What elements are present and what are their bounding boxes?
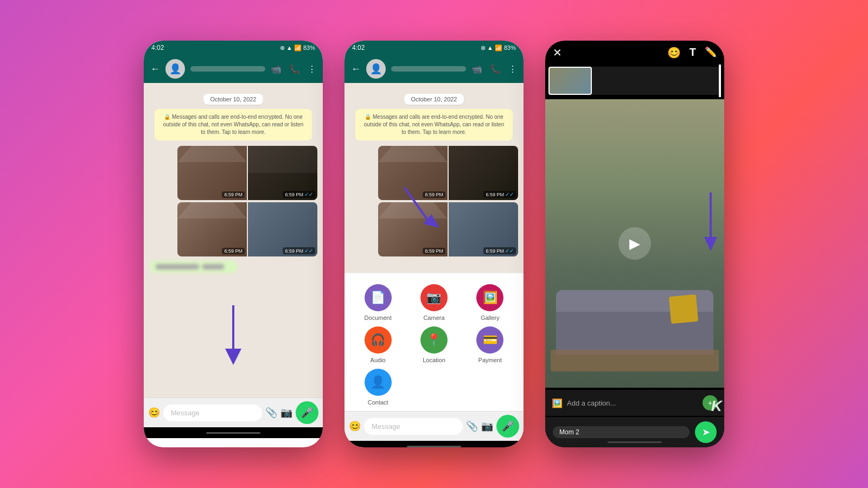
photo-grid-bottom: 6:59 PM 6:59 PM ✓✓ bbox=[177, 202, 317, 256]
voice-call-icon[interactable]: 📞 bbox=[289, 64, 300, 74]
phone-2-date-badge: October 10, 2022 bbox=[344, 88, 524, 104]
phone-2-header-icons: 📹 📞 ⋮ bbox=[471, 64, 517, 74]
mic-button[interactable]: 🎤 bbox=[296, 401, 318, 424]
video-thumbnail[interactable] bbox=[548, 67, 592, 95]
phone-2-photo-cell-3[interactable]: 6:59 PM bbox=[378, 202, 448, 256]
document-label: Document bbox=[365, 314, 392, 321]
video-edit-tools: 😊 T ✏️ bbox=[667, 46, 717, 59]
attach-contact[interactable]: 👤 Contact bbox=[350, 369, 406, 406]
attach-payment[interactable]: 💳 Payment bbox=[462, 326, 518, 363]
attach-gallery[interactable]: 🖼️ Gallery bbox=[462, 284, 518, 321]
attach-camera[interactable]: 📷 Camera bbox=[406, 284, 462, 321]
phone-1-contact-name bbox=[190, 66, 265, 72]
recipient-tag: Mom 2 bbox=[553, 426, 690, 438]
caption-bar: 🖼️ Add a caption... + bbox=[545, 390, 724, 416]
phone-2-mic-button[interactable]: 🎤 bbox=[496, 415, 519, 438]
gallery-icon: 🖼️ bbox=[476, 284, 503, 311]
caption-media-icon: 🖼️ bbox=[552, 398, 563, 408]
phone-2-message-input[interactable]: Message bbox=[364, 418, 463, 435]
photo-cell-2[interactable]: 6:59 PM ✓✓ bbox=[248, 146, 317, 200]
phone-2-check-marks-1: ✓✓ bbox=[505, 191, 514, 197]
photo-cell-1[interactable]: 6:59 PM bbox=[177, 146, 247, 200]
video-call-icon[interactable]: 📹 bbox=[271, 64, 282, 74]
phone-2-nav-indicator bbox=[407, 446, 461, 447]
phone-2-more-options-icon[interactable]: ⋮ bbox=[508, 64, 517, 74]
photo-timestamp-1: 6:59 PM bbox=[222, 191, 245, 198]
svg-marker-1 bbox=[225, 349, 241, 365]
phone-1-wa-header: ← 👤 📹 📞 ⋮ bbox=[144, 55, 323, 83]
video-content-area: ▶ bbox=[545, 99, 724, 388]
audio-label: Audio bbox=[371, 357, 386, 363]
phone-1-image-grid-2: 6:59 PM 6:59 PM ✓✓ bbox=[149, 202, 317, 256]
phone-2-input-bar: 😊 Message 📎 📷 🎤 bbox=[344, 411, 524, 441]
send-button[interactable]: ➤ bbox=[695, 421, 717, 443]
phone-2-photo-cell-4[interactable]: 6:59 PM ✓✓ bbox=[449, 202, 518, 256]
check-marks-1: ✓✓ bbox=[304, 191, 313, 197]
phone-2-image-grid-1: 6:59 PM 6:59 PM ✓✓ bbox=[350, 146, 518, 200]
audio-icon: 🎧 bbox=[365, 326, 392, 354]
payment-icon: 💳 bbox=[476, 326, 503, 354]
photo-cell-4[interactable]: 6:59 PM ✓✓ bbox=[248, 202, 317, 256]
phone-2-camera-icon[interactable]: 📷 bbox=[481, 420, 493, 432]
photo-cell-3[interactable]: 6:59 PM bbox=[177, 202, 247, 256]
phone-2: 4:02 ⊗ ▲ 📶 83% ← 👤 📹 📞 ⋮ October 10, 20 bbox=[344, 41, 524, 447]
gallery-label: Gallery bbox=[481, 314, 500, 321]
down-arrow-icon bbox=[220, 305, 247, 370]
phone-1-blurred-message bbox=[150, 261, 237, 273]
more-options-icon[interactable]: ⋮ bbox=[308, 64, 316, 74]
contact-icon: 👤 bbox=[365, 369, 392, 396]
phone-1-image-grid-1: 6:59 PM 6:59 PM ✓✓ bbox=[149, 146, 317, 200]
location-icon: 📍 bbox=[420, 326, 448, 354]
phone-2-photo-timestamp-1: 6:59 PM bbox=[423, 191, 445, 198]
watermark: K bbox=[711, 397, 722, 415]
phone-2-nav-bar bbox=[344, 441, 524, 447]
phone-1-battery: ⊗ ▲ 📶 83% bbox=[280, 44, 315, 52]
play-button[interactable]: ▶ bbox=[618, 227, 651, 260]
phone-2-image-grid-2: 6:59 PM 6:59 PM ✓✓ bbox=[350, 202, 518, 256]
draw-tool-icon[interactable]: ✏️ bbox=[705, 46, 717, 59]
text-tool-icon[interactable]: T bbox=[690, 46, 696, 59]
payment-label: Payment bbox=[478, 357, 502, 363]
phone-2-emoji-icon[interactable]: 😊 bbox=[349, 420, 361, 432]
video-scrubber[interactable] bbox=[719, 65, 721, 97]
phone-2-wa-header: ← 👤 📹 📞 ⋮ bbox=[344, 55, 524, 83]
phone-2-photo-timestamp-3: 6:59 PM bbox=[423, 248, 445, 254]
phone-2-paperclip-icon[interactable]: 📎 bbox=[466, 420, 478, 432]
caption-input[interactable]: Add a caption... bbox=[567, 399, 698, 407]
location-label: Location bbox=[423, 357, 445, 363]
attach-audio[interactable]: 🎧 Audio bbox=[350, 326, 406, 363]
message-input[interactable]: Message bbox=[163, 404, 262, 421]
photo-timestamp-4: 6:59 PM ✓✓ bbox=[283, 247, 315, 254]
phone-1-nav-bar bbox=[144, 427, 323, 438]
phone-1-avatar: 👤 bbox=[165, 59, 185, 79]
phone-1-time: 4:02 bbox=[151, 44, 164, 52]
attach-location[interactable]: 📍 Location bbox=[406, 326, 462, 363]
photo-timestamp-2: 6:59 PM ✓✓ bbox=[283, 191, 315, 198]
emoji-icon[interactable]: 😊 bbox=[148, 407, 160, 419]
phone-2-voice-call-icon[interactable]: 📞 bbox=[490, 64, 501, 74]
phone-2-photo-cell-1[interactable]: 6:59 PM bbox=[378, 146, 448, 200]
phone-2-photo-timestamp-2: 6:59 PM ✓✓ bbox=[483, 191, 516, 198]
phone-2-contact-name bbox=[391, 66, 466, 72]
attach-document[interactable]: 📄 Document bbox=[350, 284, 406, 321]
back-button[interactable]: ← bbox=[150, 63, 160, 75]
photo-timestamp-3: 6:59 PM bbox=[222, 248, 245, 254]
phone-2-back-button[interactable]: ← bbox=[351, 63, 361, 75]
contact-label: Contact bbox=[368, 399, 388, 406]
phone-2-video-call-icon[interactable]: 📹 bbox=[471, 64, 482, 74]
phone-1-status-bar: 4:02 ⊗ ▲ 📶 83% bbox=[144, 41, 323, 55]
video-top-bar: ✕ 😊 T ✏️ bbox=[545, 41, 724, 65]
paperclip-icon[interactable]: 📎 bbox=[265, 407, 277, 419]
phone-2-status-bar: 4:02 ⊗ ▲ 📶 83% bbox=[344, 41, 524, 55]
sofa-shape bbox=[556, 290, 713, 355]
emoji-picker-icon[interactable]: 😊 bbox=[667, 46, 681, 59]
rug-shape bbox=[551, 350, 719, 371]
phone-2-check-marks-2: ✓✓ bbox=[505, 248, 514, 254]
phone-2-chat-body: October 10, 2022 🔒 Messages and calls ar… bbox=[344, 83, 524, 273]
phone-2-photo-cell-2[interactable]: 6:59 PM ✓✓ bbox=[449, 146, 518, 200]
close-button[interactable]: ✕ bbox=[553, 46, 562, 59]
phone-1-input-bar: 😊 Message 📎 📷 🎤 bbox=[144, 397, 323, 427]
phone-3-nav-indicator bbox=[608, 441, 662, 443]
camera-icon-bar[interactable]: 📷 bbox=[280, 407, 292, 419]
video-timeline bbox=[592, 67, 720, 95]
